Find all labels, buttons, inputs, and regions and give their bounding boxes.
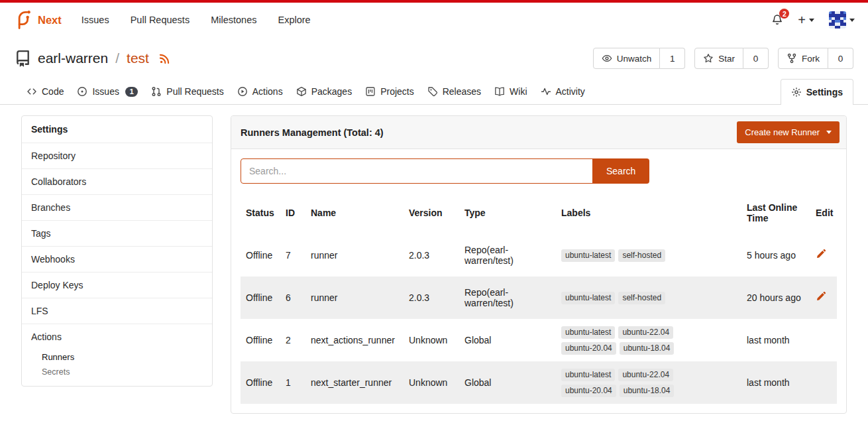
tab-wiki[interactable]: Wiki <box>488 79 533 104</box>
edit-runner-button[interactable] <box>816 292 826 302</box>
tab-label: Activity <box>556 86 585 97</box>
avatar <box>829 11 846 29</box>
tab-settings[interactable]: Settings <box>781 79 853 105</box>
sidebar-title: Settings <box>22 116 212 143</box>
tab-pull-requests[interactable]: Pull Requests <box>144 79 230 104</box>
gear-icon <box>791 87 802 97</box>
star-button-group: Star0 <box>694 48 769 69</box>
user-menu[interactable] <box>829 11 855 29</box>
tab-activity[interactable]: Activity <box>534 79 592 104</box>
sidebar-item-repository[interactable]: Repository <box>22 143 212 168</box>
star-icon <box>703 53 714 64</box>
search-input[interactable] <box>241 158 593 184</box>
sidebar-item-label: Repository <box>22 143 212 168</box>
project-board-icon <box>365 86 376 97</box>
star-count[interactable]: 0 <box>743 48 769 69</box>
notifications-button[interactable]: 2 <box>771 14 783 26</box>
runner-type: Global <box>459 319 556 361</box>
nav-item-explore[interactable]: Explore <box>267 9 321 30</box>
nav-item-pull-requests[interactable]: Pull Requests <box>120 9 200 30</box>
runner-id: 1 <box>280 361 305 404</box>
unwatch-count[interactable]: 1 <box>660 48 685 69</box>
runner-last-online: 5 hours ago <box>741 234 810 276</box>
panel-header: Runners Management (Total: 4) Create new… <box>231 116 846 149</box>
tab-label: Wiki <box>510 86 527 97</box>
repo-separator: / <box>115 50 119 66</box>
tab-label: Releases <box>443 86 481 97</box>
panel-body: Search StatusIDNameVersionTypeLabelsLast… <box>231 149 846 413</box>
runner-labels: ubuntu-latestself-hosted <box>556 276 741 319</box>
edit-cell <box>810 319 837 361</box>
star-button[interactable]: Star <box>694 48 743 69</box>
create-new-menu[interactable]: + <box>798 13 814 27</box>
settings-sidebar: Settings RepositoryCollaboratorsBranches… <box>21 115 213 387</box>
tab-releases[interactable]: Releases <box>421 79 488 104</box>
search-button[interactable]: Search <box>592 158 649 184</box>
sidebar-item-webhooks[interactable]: Webhooks <box>22 246 212 272</box>
sidebar-item-actions[interactable]: ActionsRunnersSecrets <box>22 324 212 386</box>
sidebar-item-branches[interactable]: Branches <box>22 194 212 220</box>
runner-row: Offline6runner2.0.3Repo(earl-warren/test… <box>241 276 837 319</box>
runner-label-chip: self-hosted <box>618 292 665 304</box>
runners-table-body: Offline7runner2.0.3Repo(earl-warren/test… <box>241 234 837 404</box>
fork-label: Fork <box>802 54 820 64</box>
repo-name-link[interactable]: test <box>127 50 149 66</box>
plus-icon: + <box>798 13 806 27</box>
tab-issues[interactable]: Issues1 <box>70 79 144 104</box>
runner-label-chip: ubuntu-latest <box>561 369 615 381</box>
sidebar-subitem-runners[interactable]: Runners <box>22 349 212 365</box>
rss-feed-icon[interactable] <box>159 53 170 64</box>
sidebar-item-label: Collaborators <box>22 169 212 194</box>
tab-code[interactable]: Code <box>20 79 70 104</box>
sidebar-item-lfs[interactable]: LFS <box>22 298 212 324</box>
eye-icon <box>602 53 612 64</box>
runner-status: Offline <box>241 276 280 319</box>
sidebar-item-tags[interactable]: Tags <box>22 220 212 246</box>
fork-count[interactable]: 0 <box>828 48 853 69</box>
tab-projects[interactable]: Projects <box>358 79 421 104</box>
sidebar-subitem-secrets[interactable]: Secrets <box>22 365 212 379</box>
col-status: Status <box>241 192 280 234</box>
runner-status: Offline <box>241 319 280 361</box>
main-navbar: Next IssuesPull RequestsMilestonesExplor… <box>0 3 868 37</box>
repo-tabs: CodeIssues1Pull RequestsActionsPackagesP… <box>20 79 592 104</box>
repo-icon <box>15 50 31 67</box>
sidebar-item-deploy-keys[interactable]: Deploy Keys <box>22 272 212 298</box>
unwatch-button-group: Unwatch1 <box>593 48 686 69</box>
search-form: Search <box>241 158 837 184</box>
nav-item-issues[interactable]: Issues <box>71 9 120 30</box>
tab-actions[interactable]: Actions <box>231 79 290 104</box>
nav-item-milestones[interactable]: Milestones <box>200 9 267 30</box>
chevron-down-icon <box>826 131 832 134</box>
pull-request-icon <box>151 86 162 97</box>
labels-list: ubuntu-latestubuntu-22.04ubuntu-20.04ubu… <box>561 326 697 355</box>
repo-title: earl-warren / test <box>15 50 170 67</box>
runner-row: Offline2next_actions_runnerUnknownGlobal… <box>241 319 837 361</box>
runner-label-chip: ubuntu-20.04 <box>561 385 616 397</box>
runner-type: Repo(earl-warren/test) <box>459 276 556 319</box>
unwatch-button[interactable]: Unwatch <box>593 48 661 69</box>
runner-labels: ubuntu-latestubuntu-22.04ubuntu-20.04ubu… <box>556 361 741 404</box>
runner-name: runner <box>305 234 404 276</box>
sidebar-item-label: Branches <box>22 195 212 220</box>
fork-button[interactable]: Fork <box>778 48 828 69</box>
runner-name: next_actions_runner <box>305 319 404 361</box>
edit-cell <box>810 234 837 276</box>
chevron-down-icon <box>849 19 855 22</box>
runner-version: Unknown <box>404 319 459 361</box>
runner-last-online: last month <box>741 361 810 404</box>
runner-label-chip: ubuntu-latest <box>561 326 615 339</box>
repo-owner-link[interactable]: earl-warren <box>38 50 108 66</box>
sidebar-item-label: Actions <box>22 324 212 349</box>
play-circle-icon <box>237 86 248 97</box>
sidebar-item-label: Webhooks <box>22 247 212 272</box>
home-link[interactable]: Next <box>13 10 62 30</box>
create-runner-button[interactable]: Create new Runner <box>737 121 840 143</box>
sidebar-item-label: LFS <box>22 298 212 324</box>
edit-runner-button[interactable] <box>816 249 826 259</box>
forgejo-logo-icon <box>13 10 33 30</box>
sidebar-item-label: Deploy Keys <box>22 273 212 298</box>
sidebar-item-collaborators[interactable]: Collaborators <box>22 168 212 194</box>
tab-packages[interactable]: Packages <box>290 79 358 104</box>
runner-version: Unknown <box>404 361 459 404</box>
